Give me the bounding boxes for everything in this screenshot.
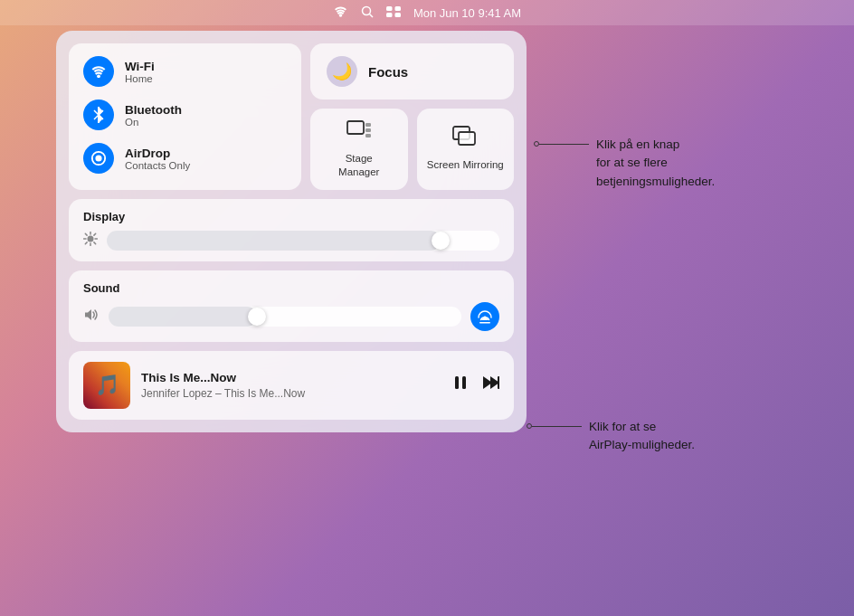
svg-line-21 xyxy=(94,242,96,244)
volume-slider[interactable] xyxy=(109,307,461,327)
music-artist: Jennifer Lopez – This Is Me...Now xyxy=(141,387,441,400)
svg-rect-5 xyxy=(386,13,393,17)
svg-point-8 xyxy=(95,155,101,161)
focus-moon-icon: 🌙 xyxy=(327,56,357,87)
svg-rect-14 xyxy=(459,132,475,145)
button-callout-text: Klik på en knap for at se flere betjenin… xyxy=(596,136,715,191)
brightness-slider[interactable] xyxy=(107,231,499,251)
display-title: Display xyxy=(83,210,499,223)
screen-mirroring-label: Screen Mirroring xyxy=(427,158,504,172)
button-callout: Klik på en knap for at se flere betjenin… xyxy=(534,136,715,191)
bluetooth-icon-circle xyxy=(83,100,114,130)
airdrop-icon-circle xyxy=(83,143,114,174)
wifi-icon-circle xyxy=(83,56,114,87)
menubar: Mon Jun 10 9:41 AM xyxy=(0,0,854,25)
brightness-slider-row[interactable] xyxy=(83,231,499,251)
sound-row xyxy=(83,302,499,331)
svg-rect-4 xyxy=(394,6,401,11)
focus-label: Focus xyxy=(368,64,408,80)
bluetooth-text: Bluetooth On xyxy=(125,103,182,128)
menubar-datetime: Mon Jun 10 9:41 AM xyxy=(413,6,521,20)
svg-rect-24 xyxy=(479,322,490,324)
skip-forward-button[interactable] xyxy=(481,374,499,395)
svg-line-23 xyxy=(85,242,87,244)
svg-rect-10 xyxy=(365,123,371,127)
album-art: 🎵 xyxy=(83,362,130,409)
svg-rect-9 xyxy=(347,121,364,134)
bluetooth-sub: On xyxy=(125,117,182,128)
music-tile[interactable]: 🎵 This Is Me...Now Jennifer Lopez – This… xyxy=(69,351,514,420)
svg-rect-12 xyxy=(365,134,371,137)
controlcenter-menubar-icon[interactable] xyxy=(386,5,401,20)
stage-manager-icon xyxy=(346,119,372,147)
wifi-text: Wi-Fi Home xyxy=(125,60,155,84)
airdrop-item[interactable]: AirDrop Contacts Only xyxy=(83,143,287,174)
airdrop-sub: Contacts Only xyxy=(125,160,190,171)
music-info: This Is Me...Now Jennifer Lopez – This I… xyxy=(141,371,441,400)
svg-rect-25 xyxy=(455,376,459,389)
right-column: 🌙 Focus StageManager xyxy=(310,43,514,190)
stage-manager-tile[interactable]: StageManager xyxy=(310,109,408,190)
svg-line-22 xyxy=(94,234,96,236)
wifi-menubar-icon[interactable] xyxy=(333,5,348,20)
svg-line-2 xyxy=(369,14,373,17)
sound-title: Sound xyxy=(83,281,499,295)
volume-icon xyxy=(83,308,100,324)
screen-mirroring-icon xyxy=(452,126,478,153)
svg-rect-26 xyxy=(462,376,466,389)
svg-rect-6 xyxy=(394,13,401,17)
wifi-item[interactable]: Wi-Fi Home xyxy=(83,56,287,87)
brightness-icon xyxy=(83,232,98,249)
svg-point-1 xyxy=(362,6,370,14)
bluetooth-item[interactable]: Bluetooth On xyxy=(83,100,287,130)
wifi-sub: Home xyxy=(125,73,155,84)
wifi-label: Wi-Fi xyxy=(125,60,155,73)
display-section: Display xyxy=(69,199,514,261)
control-center-panel: Wi-Fi Home Bluetooth On xyxy=(56,31,527,432)
svg-point-15 xyxy=(88,236,94,242)
search-menubar-icon[interactable] xyxy=(361,5,374,21)
svg-rect-27 xyxy=(498,376,499,389)
airplay-button[interactable] xyxy=(470,302,499,331)
screen-mirroring-tile[interactable]: Screen Mirroring xyxy=(417,109,515,190)
focus-tile[interactable]: 🌙 Focus xyxy=(310,43,514,100)
menubar-status-icons: Mon Jun 10 9:41 AM xyxy=(333,5,521,21)
music-title: This Is Me...Now xyxy=(141,371,441,384)
network-tile[interactable]: Wi-Fi Home Bluetooth On xyxy=(69,43,301,190)
svg-rect-3 xyxy=(386,6,393,11)
svg-point-7 xyxy=(97,74,100,78)
sound-section: Sound xyxy=(69,270,514,342)
stage-manager-label: StageManager xyxy=(338,152,379,179)
music-controls xyxy=(452,374,499,395)
top-row: Wi-Fi Home Bluetooth On xyxy=(69,43,514,190)
pause-button[interactable] xyxy=(452,374,469,395)
airplay-callout-text: Klik for at se AirPlay-muligheder. xyxy=(589,418,695,455)
stage-screen-row: StageManager Screen Mirroring xyxy=(310,109,514,190)
airdrop-text: AirDrop Contacts Only xyxy=(125,147,190,171)
svg-line-20 xyxy=(85,234,87,236)
svg-rect-11 xyxy=(365,128,371,132)
bluetooth-label: Bluetooth xyxy=(125,103,182,117)
album-art-image: 🎵 xyxy=(83,362,130,409)
svg-point-0 xyxy=(339,14,343,17)
airplay-callout: Klik for at se AirPlay-muligheder. xyxy=(527,418,695,455)
airdrop-label: AirDrop xyxy=(125,147,190,160)
